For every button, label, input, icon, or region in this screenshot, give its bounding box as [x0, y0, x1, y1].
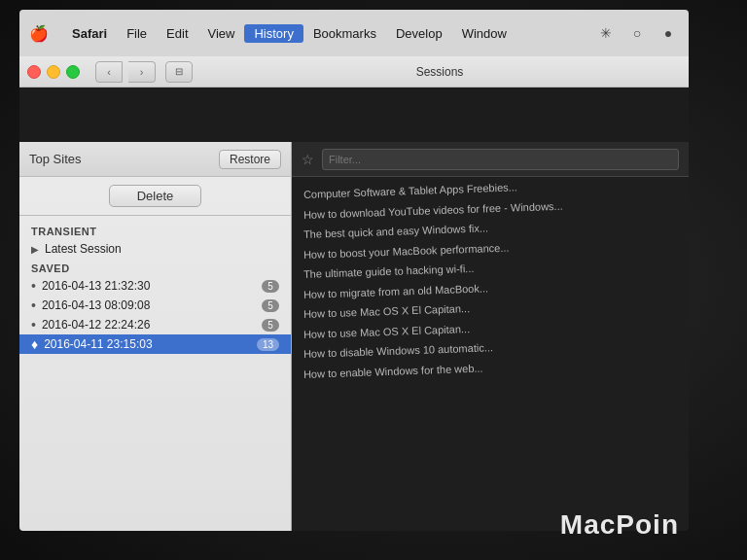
filter-placeholder: Filter... — [329, 154, 361, 165]
menubar-develop[interactable]: Develop — [386, 24, 452, 43]
session-label: 2016-04-13 08:09:08 — [42, 298, 150, 312]
menubar-file[interactable]: File — [117, 24, 157, 43]
saved-header: SAVED — [19, 259, 291, 276]
site-list: Computer Software & Tablet Apps Freebies… — [292, 177, 689, 392]
session-badge: 5 — [262, 299, 279, 312]
traffic-lights — [19, 59, 88, 85]
menubar-history[interactable]: History — [244, 24, 302, 43]
menubar-safari[interactable]: Safari — [62, 24, 117, 43]
top-sites-label: Top Sites — [29, 152, 81, 166]
bullet-icon: • — [31, 298, 36, 312]
sessions-tab[interactable]: Sessions — [198, 65, 681, 79]
window-titlebar: ‹ › ⊟ Sessions — [19, 56, 689, 88]
bullet-icon: • — [31, 279, 36, 293]
list-item[interactable]: ▶ Latest Session — [19, 239, 291, 259]
top-sites-bar: Top Sites Restore — [19, 142, 291, 177]
star-icon: ☆ — [302, 152, 314, 167]
session-label: 2016-04-11 23:15:03 — [44, 337, 152, 351]
right-panel: ☆ Filter... Computer Software & Tablet A… — [292, 142, 689, 531]
list-item-selected[interactable]: ♦ 2016-04-11 23:15:03 13 — [19, 334, 291, 354]
sidebar-panel: Top Sites Restore Delete TRANSIENT ▶ Lat… — [19, 142, 292, 531]
session-label: 2016-04-13 21:32:30 — [42, 279, 150, 293]
session-badge: 13 — [257, 338, 279, 351]
filter-input[interactable]: Filter... — [322, 149, 679, 170]
menubar-edit[interactable]: Edit — [157, 24, 197, 43]
screen-area: 🍎 Safari File Edit View History Bookmark… — [19, 10, 689, 531]
menubar-icons: ✳ ○ ● — [595, 22, 679, 44]
apple-menu-icon[interactable]: 🍎 — [29, 24, 49, 43]
sessions-list: TRANSIENT ▶ Latest Session SAVED • 2016-… — [19, 216, 291, 531]
safari-window: ‹ › ⊟ Sessions Top Sites Restore Delete — [19, 56, 689, 531]
close-button[interactable] — [27, 65, 41, 79]
restore-button[interactable]: Restore — [219, 150, 281, 169]
session-badge: 5 — [262, 319, 279, 332]
list-item[interactable]: • 2016-04-13 08:09:08 5 — [19, 296, 291, 315]
watermark: MacPoin — [560, 509, 679, 541]
delete-button[interactable]: Delete — [109, 185, 202, 207]
bullet-icon: ♦ — [31, 337, 38, 351]
menubar: 🍎 Safari File Edit View History Bookmark… — [19, 10, 689, 56]
menubar-bookmarks[interactable]: Bookmarks — [303, 24, 386, 43]
right-top-bar: ☆ Filter... — [292, 142, 689, 177]
extensions-icon[interactable]: ✳ — [595, 22, 617, 44]
minimize-button[interactable] — [47, 65, 60, 79]
maximize-button[interactable] — [66, 65, 80, 79]
back-button[interactable]: ‹ — [95, 61, 123, 83]
list-item[interactable]: • 2016-04-12 22:24:26 5 — [19, 315, 291, 334]
menubar-view[interactable]: View — [198, 24, 245, 43]
forward-button[interactable]: › — [128, 61, 156, 83]
menubar-window[interactable]: Window — [452, 24, 516, 43]
main-content: Top Sites Restore Delete TRANSIENT ▶ Lat… — [19, 142, 689, 531]
session-label: Latest Session — [45, 242, 122, 256]
arrow-icon: ▶ — [31, 244, 39, 255]
delete-row: Delete — [19, 177, 291, 216]
session-label: 2016-04-12 22:24:26 — [42, 318, 150, 332]
transient-header: TRANSIENT — [19, 222, 291, 239]
toolbar: ‹ › ⊟ Sessions — [88, 61, 689, 83]
reader-icon[interactable]: ○ — [626, 22, 648, 44]
list-item[interactable]: • 2016-04-13 21:32:30 5 — [19, 276, 291, 296]
sidebar-toggle-button[interactable]: ⊟ — [165, 61, 193, 83]
session-badge: 5 — [262, 280, 279, 293]
share-icon[interactable]: ● — [658, 22, 679, 44]
bullet-icon: • — [31, 318, 36, 332]
